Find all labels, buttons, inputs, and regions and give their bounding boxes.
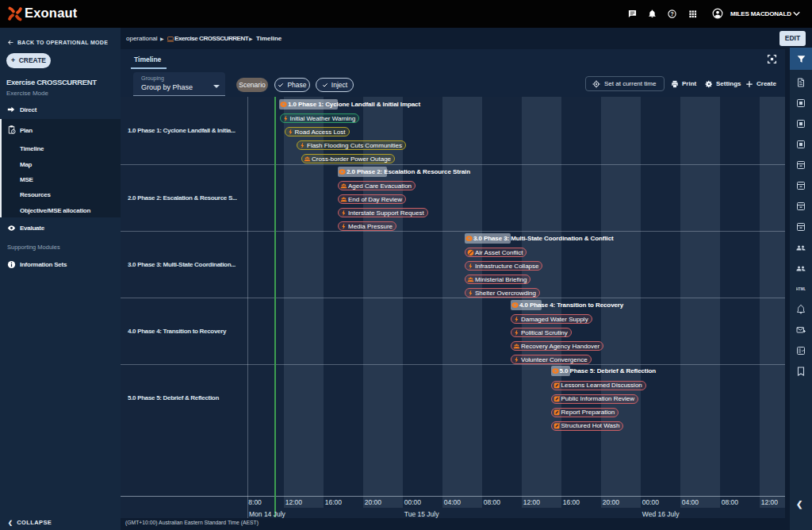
svg-text:HTML: HTML xyxy=(796,287,806,291)
svg-text:?: ? xyxy=(670,11,673,17)
